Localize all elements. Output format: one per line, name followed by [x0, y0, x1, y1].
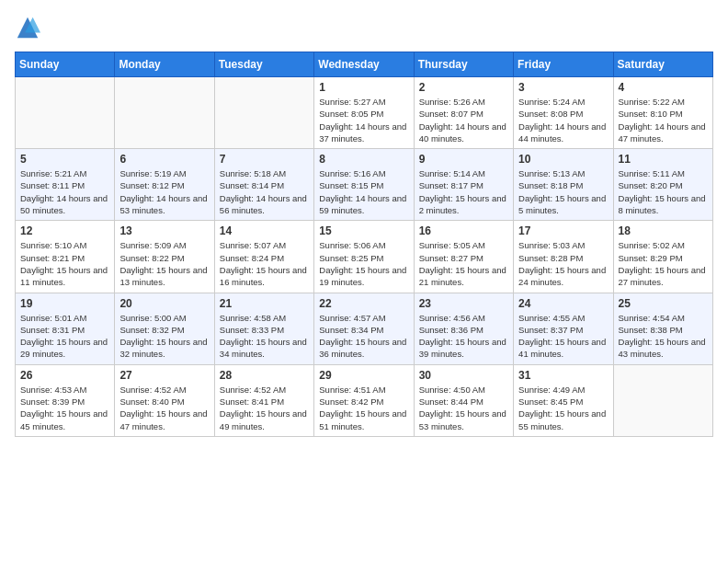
day-info: Sunrise: 4:57 AM Sunset: 8:34 PM Dayligh…	[319, 312, 408, 361]
calendar-cell: 11Sunrise: 5:11 AM Sunset: 8:20 PM Dayli…	[613, 149, 712, 221]
day-number: 5	[20, 153, 109, 166]
day-info: Sunrise: 4:54 AM Sunset: 8:38 PM Dayligh…	[619, 312, 708, 361]
day-info: Sunrise: 5:10 AM Sunset: 8:21 PM Dayligh…	[20, 239, 109, 288]
day-info: Sunrise: 5:22 AM Sunset: 8:10 PM Dayligh…	[619, 96, 708, 144]
day-of-week-header: Sunday	[16, 52, 115, 77]
calendar-cell: 29Sunrise: 4:51 AM Sunset: 8:42 PM Dayli…	[314, 364, 414, 436]
day-number: 24	[518, 297, 608, 310]
day-number: 13	[119, 224, 209, 237]
calendar-cell	[16, 77, 115, 149]
day-of-week-header: Tuesday	[214, 52, 313, 77]
day-number: 21	[220, 297, 309, 310]
calendar-cell: 20Sunrise: 5:00 AM Sunset: 8:32 PM Dayli…	[115, 293, 214, 364]
calendar-cell: 22Sunrise: 4:57 AM Sunset: 8:34 PM Dayli…	[314, 293, 414, 364]
calendar-cell: 5Sunrise: 5:21 AM Sunset: 8:11 PM Daylig…	[16, 149, 115, 221]
day-info: Sunrise: 5:09 AM Sunset: 8:22 PM Dayligh…	[119, 239, 209, 288]
day-info: Sunrise: 4:58 AM Sunset: 8:33 PM Dayligh…	[220, 312, 309, 361]
calendar-cell: 10Sunrise: 5:13 AM Sunset: 8:18 PM Dayli…	[514, 149, 613, 221]
calendar-cell: 2Sunrise: 5:26 AM Sunset: 8:07 PM Daylig…	[414, 77, 513, 149]
day-info: Sunrise: 5:14 AM Sunset: 8:17 PM Dayligh…	[419, 167, 508, 216]
day-number: 22	[319, 297, 408, 310]
day-number: 19	[20, 297, 109, 310]
day-number: 7	[220, 153, 309, 166]
calendar-cell	[214, 77, 313, 149]
day-number: 23	[419, 297, 508, 310]
day-info: Sunrise: 5:11 AM Sunset: 8:20 PM Dayligh…	[619, 167, 708, 216]
day-info: Sunrise: 5:19 AM Sunset: 8:12 PM Dayligh…	[119, 167, 209, 216]
calendar-week-row: 5Sunrise: 5:21 AM Sunset: 8:11 PM Daylig…	[16, 149, 713, 221]
calendar-cell: 26Sunrise: 4:53 AM Sunset: 8:39 PM Dayli…	[16, 364, 115, 436]
calendar-cell: 31Sunrise: 4:49 AM Sunset: 8:45 PM Dayli…	[514, 364, 613, 436]
day-info: Sunrise: 5:26 AM Sunset: 8:07 PM Dayligh…	[419, 96, 508, 144]
day-number: 8	[319, 153, 408, 166]
day-number: 25	[619, 297, 708, 310]
calendar-cell: 23Sunrise: 4:56 AM Sunset: 8:36 PM Dayli…	[414, 293, 513, 364]
day-info: Sunrise: 5:01 AM Sunset: 8:31 PM Dayligh…	[20, 312, 109, 361]
day-number: 6	[119, 153, 209, 166]
day-info: Sunrise: 5:06 AM Sunset: 8:25 PM Dayligh…	[319, 239, 408, 288]
day-number: 15	[319, 224, 408, 237]
calendar-cell: 30Sunrise: 4:50 AM Sunset: 8:44 PM Dayli…	[414, 364, 513, 436]
calendar-cell: 21Sunrise: 4:58 AM Sunset: 8:33 PM Dayli…	[214, 293, 313, 364]
day-number: 2	[419, 81, 508, 94]
day-number: 20	[119, 297, 209, 310]
calendar-cell: 19Sunrise: 5:01 AM Sunset: 8:31 PM Dayli…	[16, 293, 115, 364]
calendar-cell	[613, 364, 712, 436]
day-info: Sunrise: 4:55 AM Sunset: 8:37 PM Dayligh…	[518, 312, 608, 361]
day-info: Sunrise: 5:24 AM Sunset: 8:08 PM Dayligh…	[518, 96, 608, 144]
calendar-cell: 14Sunrise: 5:07 AM Sunset: 8:24 PM Dayli…	[214, 221, 313, 293]
day-number: 18	[619, 224, 708, 237]
day-info: Sunrise: 5:03 AM Sunset: 8:28 PM Dayligh…	[518, 239, 608, 288]
day-number: 1	[319, 81, 408, 94]
day-info: Sunrise: 5:02 AM Sunset: 8:29 PM Dayligh…	[619, 239, 708, 288]
day-number: 12	[20, 224, 109, 237]
day-info: Sunrise: 5:27 AM Sunset: 8:05 PM Dayligh…	[319, 96, 408, 144]
calendar-cell: 9Sunrise: 5:14 AM Sunset: 8:17 PM Daylig…	[414, 149, 513, 221]
day-number: 26	[20, 369, 109, 382]
day-info: Sunrise: 4:52 AM Sunset: 8:41 PM Dayligh…	[220, 384, 309, 432]
calendar-cell: 1Sunrise: 5:27 AM Sunset: 8:05 PM Daylig…	[314, 77, 414, 149]
day-info: Sunrise: 4:52 AM Sunset: 8:40 PM Dayligh…	[119, 384, 209, 432]
calendar-week-row: 26Sunrise: 4:53 AM Sunset: 8:39 PM Dayli…	[16, 364, 713, 436]
calendar-cell: 8Sunrise: 5:16 AM Sunset: 8:15 PM Daylig…	[314, 149, 414, 221]
day-number: 29	[319, 369, 408, 382]
calendar-cell: 6Sunrise: 5:19 AM Sunset: 8:12 PM Daylig…	[115, 149, 214, 221]
day-of-week-header: Saturday	[613, 52, 712, 77]
calendar-week-row: 19Sunrise: 5:01 AM Sunset: 8:31 PM Dayli…	[16, 293, 713, 364]
day-number: 31	[518, 369, 608, 382]
calendar-cell: 25Sunrise: 4:54 AM Sunset: 8:38 PM Dayli…	[613, 293, 712, 364]
day-info: Sunrise: 4:51 AM Sunset: 8:42 PM Dayligh…	[319, 384, 408, 432]
day-number: 10	[518, 153, 608, 166]
calendar-cell: 15Sunrise: 5:06 AM Sunset: 8:25 PM Dayli…	[314, 221, 414, 293]
day-of-week-header: Friday	[514, 52, 613, 77]
logo	[15, 15, 44, 40]
day-of-week-header: Thursday	[414, 52, 513, 77]
day-info: Sunrise: 5:21 AM Sunset: 8:11 PM Dayligh…	[20, 167, 109, 216]
calendar-header-row: SundayMondayTuesdayWednesdayThursdayFrid…	[16, 52, 713, 77]
day-info: Sunrise: 5:13 AM Sunset: 8:18 PM Dayligh…	[518, 167, 608, 216]
day-number: 30	[419, 369, 508, 382]
day-info: Sunrise: 5:00 AM Sunset: 8:32 PM Dayligh…	[119, 312, 209, 361]
day-number: 3	[518, 81, 608, 94]
day-info: Sunrise: 5:05 AM Sunset: 8:27 PM Dayligh…	[419, 239, 508, 288]
calendar-cell: 3Sunrise: 5:24 AM Sunset: 8:08 PM Daylig…	[514, 77, 613, 149]
day-info: Sunrise: 5:07 AM Sunset: 8:24 PM Dayligh…	[220, 239, 309, 288]
day-number: 27	[119, 369, 209, 382]
calendar-cell: 24Sunrise: 4:55 AM Sunset: 8:37 PM Dayli…	[514, 293, 613, 364]
calendar-cell: 16Sunrise: 5:05 AM Sunset: 8:27 PM Dayli…	[414, 221, 513, 293]
calendar-cell: 17Sunrise: 5:03 AM Sunset: 8:28 PM Dayli…	[514, 221, 613, 293]
calendar-cell: 4Sunrise: 5:22 AM Sunset: 8:10 PM Daylig…	[613, 77, 712, 149]
calendar-table: SundayMondayTuesdayWednesdayThursdayFrid…	[15, 52, 713, 437]
calendar-cell: 7Sunrise: 5:18 AM Sunset: 8:14 PM Daylig…	[214, 149, 313, 221]
calendar-cell: 18Sunrise: 5:02 AM Sunset: 8:29 PM Dayli…	[613, 221, 712, 293]
day-number: 14	[220, 224, 309, 237]
day-info: Sunrise: 4:50 AM Sunset: 8:44 PM Dayligh…	[419, 384, 508, 432]
calendar-week-row: 1Sunrise: 5:27 AM Sunset: 8:05 PM Daylig…	[16, 77, 713, 149]
day-of-week-header: Wednesday	[314, 52, 414, 77]
calendar-cell	[115, 77, 214, 149]
calendar-cell: 12Sunrise: 5:10 AM Sunset: 8:21 PM Dayli…	[16, 221, 115, 293]
day-number: 9	[419, 153, 508, 166]
day-number: 16	[419, 224, 508, 237]
day-number: 4	[619, 81, 708, 94]
day-info: Sunrise: 4:56 AM Sunset: 8:36 PM Dayligh…	[419, 312, 508, 361]
